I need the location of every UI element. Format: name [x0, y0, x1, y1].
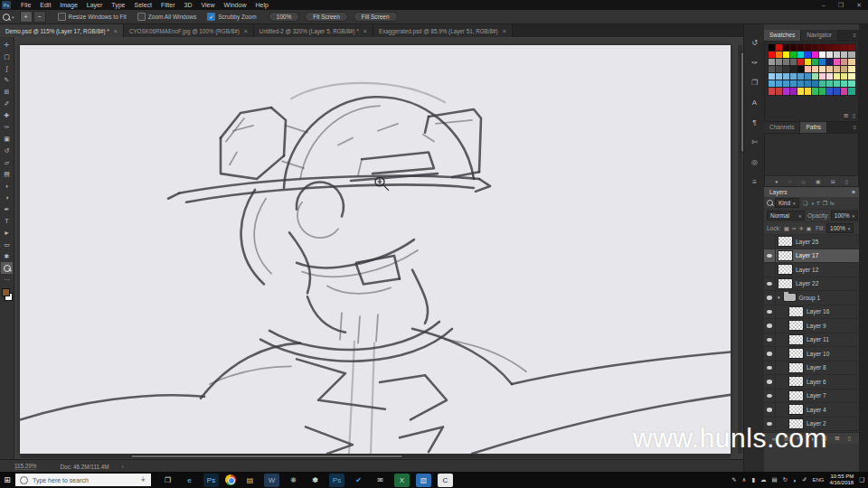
document-tab[interactable]: Untitled-2 @ 320% (Layer 5, RGB/8#) * × [254, 24, 373, 37]
color-swatch[interactable] [783, 80, 790, 88]
tool-button[interactable]: ✐ [1, 98, 13, 109]
color-swatch[interactable] [797, 52, 805, 59]
zoom-level-field[interactable]: 115.29% [14, 463, 36, 470]
color-swatch[interactable] [841, 66, 848, 73]
search-input[interactable]: Type here to search ⏚ [15, 474, 151, 486]
zoom-preset-button[interactable]: Fill Screen [354, 12, 398, 22]
color-swatch[interactable] [848, 66, 855, 73]
active-tool-indicator[interactable]: ▾ [3, 14, 14, 21]
document-tab[interactable]: CYOSK06RMAEnoF.jpg @ 100% (RGB/8#) × [124, 24, 254, 37]
foreground-color-chip[interactable] [2, 288, 10, 296]
tool-button[interactable]: ▣ [1, 133, 13, 145]
dock-panel-icon[interactable]: ✑ [747, 55, 762, 70]
color-swatch[interactable] [834, 52, 841, 59]
panel-tab[interactable]: Paths [800, 122, 827, 133]
menu-item[interactable]: Filter [156, 0, 180, 10]
color-swatch[interactable] [848, 52, 855, 59]
menu-item[interactable]: Select [130, 0, 156, 10]
color-swatch[interactable] [819, 44, 826, 52]
paths-panel-button[interactable]: ⊞ [831, 178, 835, 184]
color-swatch[interactable] [776, 59, 783, 66]
filter-kind-dropdown[interactable]: Kind▾ [775, 198, 799, 208]
color-swatch[interactable] [790, 66, 797, 73]
zoom-in-mode-button[interactable]: + [20, 11, 33, 23]
color-swatch[interactable] [841, 73, 848, 80]
menu-item[interactable]: Help [250, 0, 272, 10]
panel-menu-icon[interactable]: ≡ [852, 187, 855, 197]
tray-icon[interactable]: ↻ [783, 476, 788, 483]
layer-row[interactable]: ▾ Layer 16 [764, 305, 859, 320]
color-swatch[interactable] [805, 80, 812, 88]
tool-button[interactable]: ✱ [1, 250, 13, 262]
tool-button[interactable]: ✛ [1, 39, 13, 51]
tool-button[interactable]: ↺ [1, 145, 13, 156]
filter-type-icon[interactable]: fx [830, 201, 835, 206]
dock-panel-icon[interactable]: ≡ [747, 174, 762, 189]
tool-button[interactable]: ▭ [1, 239, 13, 250]
color-swatch[interactable] [776, 66, 783, 73]
status-chevron-icon[interactable]: › [121, 464, 123, 470]
tool-button[interactable]: ◑ [1, 192, 13, 203]
color-swatch[interactable] [769, 80, 776, 88]
paths-panel-button[interactable]: ● [775, 179, 778, 184]
color-swatch[interactable] [790, 44, 797, 52]
color-swatch[interactable] [819, 59, 826, 66]
color-chips[interactable] [2, 288, 13, 301]
layer-thumbnail[interactable] [789, 335, 803, 344]
panel-tab[interactable]: Channels [764, 122, 800, 133]
color-swatch[interactable] [819, 52, 826, 59]
tool-button[interactable]: ◗ [1, 180, 13, 192]
visibility-toggle[interactable] [764, 249, 776, 263]
visibility-toggle[interactable] [764, 235, 776, 249]
tray-icon[interactable]: ✎ [731, 476, 736, 483]
option-checkbox[interactable]: ✓ Resize Windows to Fit [58, 13, 127, 21]
taskbar-app-icon[interactable]: e [182, 474, 197, 487]
taskbar-app-icon[interactable]: ✽ [307, 474, 323, 487]
layers-panel-button[interactable]: ⊞ [835, 435, 839, 442]
filter-type-icon[interactable]: T [816, 201, 820, 206]
color-swatch[interactable] [790, 52, 797, 59]
tool-button[interactable]: ▱ [1, 156, 13, 168]
zoom-out-mode-button[interactable]: − [33, 11, 46, 23]
color-swatch[interactable] [805, 88, 812, 95]
close-button[interactable]: ✕ [850, 2, 868, 9]
tray-icon[interactable]: ✐ [802, 476, 807, 483]
blend-mode-dropdown[interactable]: Normal▾ [767, 211, 805, 221]
layers-panel-button[interactable]: ▯ [848, 435, 852, 442]
restore-button[interactable]: ❐ [832, 2, 850, 9]
menu-item[interactable]: View [197, 0, 220, 10]
dock-panel-icon[interactable]: ✄ [747, 135, 762, 149]
lock-option-icon[interactable]: ✑ [792, 226, 797, 231]
tool-button[interactable]: T [1, 215, 13, 227]
color-swatch[interactable] [776, 88, 783, 95]
layer-thumbnail[interactable] [789, 363, 803, 372]
color-swatch[interactable] [812, 59, 819, 66]
color-swatch[interactable] [769, 59, 776, 66]
canvas[interactable] [20, 45, 731, 454]
taskbar-app-icon[interactable]: ✔ [351, 474, 366, 487]
color-swatch[interactable] [790, 88, 797, 95]
tool-button[interactable]: ✚ [1, 109, 13, 121]
layer-row[interactable]: ▾ Layer 9 [764, 319, 859, 333]
close-tab-icon[interactable]: × [244, 28, 248, 34]
color-swatch[interactable] [769, 88, 776, 95]
option-checkbox[interactable]: ✓ Zoom All Windows [137, 13, 196, 21]
taskbar-app-icon[interactable]: ❋ [286, 474, 301, 487]
visibility-toggle[interactable] [764, 291, 776, 305]
color-swatch[interactable] [848, 80, 855, 88]
fill-field[interactable]: 100%▾ [826, 223, 854, 233]
layer-row[interactable]: ▾ Layer 10 [764, 347, 859, 361]
color-swatch[interactable] [769, 44, 776, 52]
layer-thumbnail[interactable] [789, 405, 803, 414]
color-swatch[interactable] [769, 52, 776, 59]
color-swatch[interactable] [834, 66, 841, 73]
color-swatch[interactable] [769, 73, 776, 80]
color-swatch[interactable] [848, 73, 855, 80]
color-swatch[interactable] [826, 44, 834, 52]
color-swatch[interactable] [841, 52, 848, 59]
visibility-toggle[interactable] [764, 403, 776, 417]
clock[interactable]: 10:55 PM 4/16/2018 [829, 474, 854, 486]
color-swatch[interactable] [841, 44, 848, 52]
taskbar-app-icon[interactable]: ❐ [160, 474, 175, 487]
color-swatch[interactable] [819, 66, 826, 73]
